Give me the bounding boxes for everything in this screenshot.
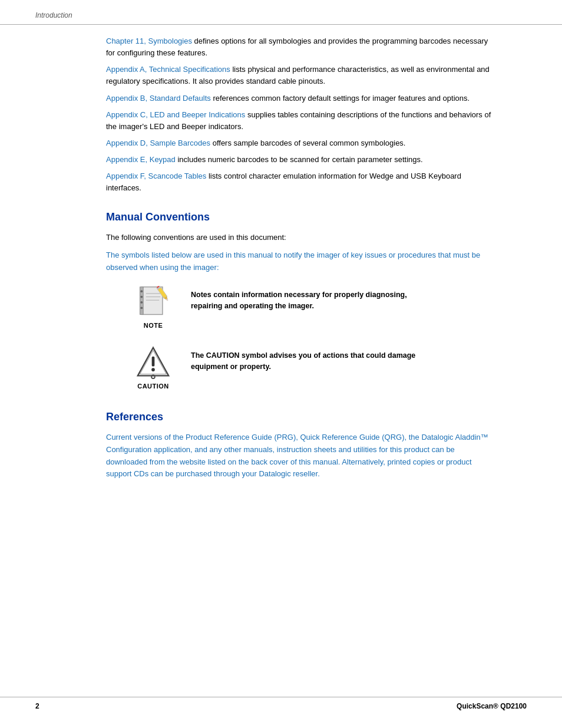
svg-rect-16	[152, 357, 155, 367]
page: Introduction Chapter 11, Symbologies def…	[0, 0, 562, 728]
manual-conventions-heading: Manual Conventions	[106, 211, 491, 223]
note-label: NOTE	[144, 322, 163, 329]
footer-page-number: 2	[35, 702, 39, 710]
toc-item-2: Appendix A, Technical Specifications lis…	[106, 64, 491, 87]
appendixd-link[interactable]: Appendix D, Sample Barcodes	[106, 139, 210, 147]
note-block: NOTE Notes contain information necessary…	[130, 285, 491, 329]
appendixf-link[interactable]: Appendix F, Scancode Tables	[106, 172, 206, 180]
caution-label: CAUTION	[137, 383, 169, 390]
caution-text: The CAUTION symbol advises you of action…	[191, 345, 438, 373]
chapter11-link[interactable]: Chapter 11, Symbologies	[106, 37, 192, 45]
main-content: Chapter 11, Symbologies defines options …	[0, 25, 562, 503]
svg-point-17	[151, 368, 155, 371]
caution-icon	[136, 345, 170, 380]
toc-item-4: Appendix C, LED and Beeper Indications s…	[106, 109, 491, 133]
breadcrumb: Introduction	[35, 11, 72, 19]
appendixa-link[interactable]: Appendix A, Technical Specifications	[106, 65, 230, 74]
symbols-text: The symbols listed below are used in thi…	[106, 249, 491, 274]
toc-item-7: Appendix F, Scancode Tables lists contro…	[106, 170, 491, 194]
note-icon	[137, 285, 169, 319]
note-text: Notes contain information necessary for …	[191, 285, 438, 312]
svg-point-18	[151, 375, 155, 378]
appendixb-link[interactable]: Appendix B, Standard Defaults	[106, 94, 211, 103]
manual-conventions-section: Manual Conventions The following convent…	[106, 211, 491, 390]
appendixe-link[interactable]: Appendix E, Keypad	[106, 155, 176, 164]
note-icon-area: NOTE	[130, 285, 177, 329]
page-header: Introduction	[0, 0, 562, 25]
caution-icon-area: CAUTION	[130, 345, 177, 390]
page-footer: 2 QuickScan® QD2100	[0, 697, 562, 715]
caution-block: CAUTION The CAUTION symbol advises you o…	[130, 345, 491, 390]
svg-point-3	[140, 296, 143, 298]
svg-point-2	[140, 290, 143, 292]
toc-item-6-text: includes numeric barcodes to be scanned …	[177, 155, 422, 164]
references-heading: References	[106, 411, 491, 423]
appendixc-link[interactable]: Appendix C, LED and Beeper Indications	[106, 110, 245, 119]
toc-list: Chapter 11, Symbologies defines options …	[106, 35, 491, 195]
toc-item-3-text: references common factory default settin…	[213, 94, 470, 103]
toc-item-1: Chapter 11, Symbologies defines options …	[106, 35, 491, 59]
svg-point-4	[140, 301, 143, 304]
toc-item-5-text: offers sample barcodes of several common…	[213, 139, 406, 147]
toc-item-6: Appendix E, Keypad includes numeric barc…	[106, 154, 491, 166]
references-text: Current versions of the Product Referenc…	[106, 431, 491, 480]
svg-point-5	[140, 307, 143, 309]
toc-item-3: Appendix B, Standard Defaults references…	[106, 93, 491, 104]
manual-conventions-intro: The following conventions are used in th…	[106, 232, 491, 244]
references-section: References Current versions of the Produ…	[106, 411, 491, 480]
toc-item-5: Appendix D, Sample Barcodes offers sampl…	[106, 137, 491, 149]
footer-product-name: QuickScan® QD2100	[457, 702, 527, 710]
